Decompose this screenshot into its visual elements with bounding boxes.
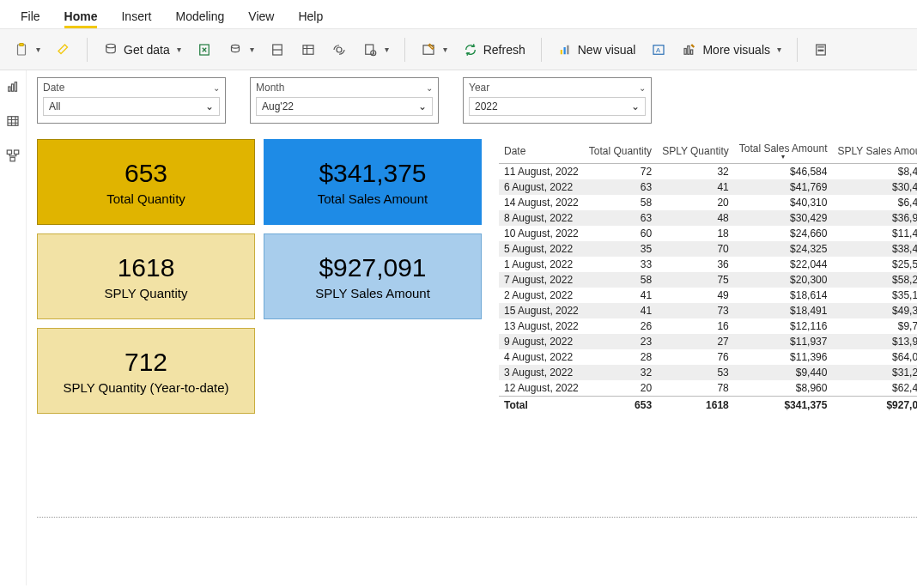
table-row[interactable]: 13 August, 20222616$12,116$9,728 bbox=[499, 318, 917, 334]
menu-file[interactable]: File bbox=[9, 3, 52, 28]
more-visuals-button[interactable]: More visuals ▾ bbox=[677, 39, 786, 61]
recent-sources-button[interactable]: ▾ bbox=[357, 39, 394, 61]
excel-source-button[interactable] bbox=[191, 39, 217, 61]
table-cell: 49 bbox=[657, 288, 734, 303]
card-label: SPLY Sales Amount bbox=[315, 286, 430, 300]
new-visual-label: New visual bbox=[578, 43, 636, 57]
table-cell: 9 August, 2022 bbox=[499, 334, 584, 349]
table-cell: $64,068 bbox=[832, 349, 917, 365]
table-cell: $11,396 bbox=[734, 349, 833, 365]
table-row[interactable]: 5 August, 20223570$24,325$38,430 bbox=[499, 241, 917, 257]
table-cell: $46,584 bbox=[734, 164, 833, 180]
card-value: 653 bbox=[124, 159, 167, 188]
table-cell: 6 August, 2022 bbox=[499, 179, 584, 195]
ribbon-separator bbox=[404, 38, 405, 62]
slicer-month[interactable]: Month ⌄ Aug'22 ⌄ bbox=[250, 77, 439, 124]
table-row[interactable]: 8 August, 20226348$30,429$36,960 bbox=[499, 210, 917, 226]
table-cell: $30,463 bbox=[832, 179, 917, 195]
table-row[interactable]: 2 August, 20224149$18,614$35,133 bbox=[499, 288, 917, 303]
menu-insert[interactable]: Insert bbox=[109, 3, 163, 28]
card-sply-quantity[interactable]: 1618 SPLY Quantity bbox=[37, 233, 255, 319]
chevron-down-icon: ▾ bbox=[443, 45, 447, 54]
refresh-button[interactable]: Refresh bbox=[458, 39, 531, 61]
report-view-button[interactable] bbox=[0, 76, 26, 98]
column-header[interactable]: Total Sales Amount▾ bbox=[734, 139, 833, 164]
get-data-button[interactable]: Get data ▾ bbox=[98, 39, 186, 61]
chevron-down-icon: ⌄ bbox=[205, 100, 214, 112]
card-sply-sales-amount[interactable]: $927,091 SPLY Sales Amount bbox=[264, 233, 482, 319]
table-cell: $36,960 bbox=[832, 210, 917, 226]
format-painter-button[interactable] bbox=[51, 39, 76, 61]
table-row[interactable]: 1 August, 20223336$22,044$25,560 bbox=[499, 257, 917, 272]
slicer-year-dropdown[interactable]: 2022 ⌄ bbox=[469, 97, 646, 116]
column-header[interactable]: SPLY Quantity bbox=[657, 139, 734, 164]
svg-rect-30 bbox=[10, 157, 15, 161]
slicer-date-label: Date bbox=[43, 82, 64, 94]
card-label: Total Sales Amount bbox=[318, 191, 428, 206]
menu-view[interactable]: View bbox=[236, 3, 286, 28]
table-cell: 10 August, 2022 bbox=[499, 226, 584, 241]
card-total-sales-amount[interactable]: $341,375 Total Sales Amount bbox=[264, 139, 482, 225]
table-row[interactable]: 15 August, 20224173$18,491$49,348 bbox=[499, 303, 917, 318]
table-row[interactable]: 3 August, 20223253$9,440$31,217 bbox=[499, 365, 917, 380]
table-cell: 63 bbox=[584, 210, 657, 226]
card-label: Total Quantity bbox=[106, 191, 185, 206]
table-row[interactable]: 9 August, 20222327$11,937$13,986 bbox=[499, 334, 917, 349]
table-cell: 73 bbox=[657, 303, 734, 318]
slicer-year[interactable]: Year ⌄ 2022 ⌄ bbox=[463, 77, 652, 124]
table-cell: 2 August, 2022 bbox=[499, 288, 584, 303]
get-data-label: Get data bbox=[124, 43, 170, 57]
table-cell: $25,560 bbox=[832, 257, 917, 272]
table-cell: $9,728 bbox=[832, 318, 917, 334]
paste-button[interactable]: ▾ bbox=[9, 39, 46, 61]
table-cell: 14 August, 2022 bbox=[499, 195, 584, 210]
table-cell: 63 bbox=[584, 179, 657, 195]
transform-data-button[interactable]: ▾ bbox=[416, 39, 452, 61]
data-hub-button[interactable]: ▾ bbox=[222, 39, 259, 61]
table-row[interactable]: 14 August, 20225820$40,310$6,460 bbox=[499, 195, 917, 210]
slicer-date-dropdown[interactable]: All ⌄ bbox=[43, 97, 220, 116]
table-cell: 16 bbox=[657, 318, 734, 334]
menu-help[interactable]: Help bbox=[286, 3, 335, 28]
sql-server-button[interactable] bbox=[264, 39, 290, 61]
data-view-button[interactable] bbox=[0, 110, 26, 132]
table-row[interactable]: 6 August, 20226341$41,769$30,463 bbox=[499, 179, 917, 195]
column-header[interactable]: Date bbox=[499, 139, 584, 164]
table-cell: $30,429 bbox=[734, 210, 833, 226]
svg-rect-13 bbox=[567, 45, 568, 54]
column-header[interactable]: Total Quantity bbox=[584, 139, 657, 164]
table-row[interactable]: 11 August, 20227232$46,584$8,480 bbox=[499, 164, 917, 180]
slicer-month-dropdown[interactable]: Aug'22 ⌄ bbox=[256, 97, 433, 116]
table-row[interactable]: 12 August, 20222078$8,960$62,478 bbox=[499, 380, 917, 397]
table-cell: $18,491 bbox=[734, 303, 833, 318]
table-row[interactable]: 4 August, 20222876$11,396$64,068 bbox=[499, 349, 917, 365]
table-cell: 5 August, 2022 bbox=[499, 241, 584, 257]
table-cell: 23 bbox=[584, 334, 657, 349]
svg-point-23 bbox=[823, 50, 824, 52]
table-cell: 35 bbox=[584, 241, 657, 257]
table-cell: 4 August, 2022 bbox=[499, 349, 584, 365]
column-header[interactable]: SPLY Sales Amount bbox=[832, 139, 917, 164]
page-boundary bbox=[37, 517, 917, 518]
new-visual-button[interactable]: New visual bbox=[552, 39, 641, 61]
menu-modeling[interactable]: Modeling bbox=[163, 3, 236, 28]
svg-rect-29 bbox=[15, 150, 19, 155]
table-row[interactable]: 10 August, 20226018$24,660$11,430 bbox=[499, 226, 917, 241]
table-visual[interactable]: DateTotal QuantitySPLY QuantityTotal Sal… bbox=[499, 139, 917, 414]
menu-home[interactable]: Home bbox=[52, 3, 110, 28]
table-cell: 11 August, 2022 bbox=[499, 164, 584, 180]
card-sply-quantity-ytd[interactable]: 712 SPLY Quantity (Year-to-date) bbox=[37, 328, 255, 414]
card-total-quantity[interactable]: 653 Total Quantity bbox=[37, 139, 255, 225]
new-measure-button[interactable] bbox=[808, 39, 834, 61]
table-row[interactable]: 7 August, 20225875$20,300$58,200 bbox=[499, 272, 917, 288]
dataverse-button[interactable] bbox=[326, 39, 352, 61]
table-cell: 58 bbox=[584, 195, 657, 210]
view-switcher bbox=[0, 70, 27, 585]
svg-rect-17 bbox=[688, 45, 689, 54]
table-cell: $8,960 bbox=[734, 380, 833, 397]
text-box-button[interactable]: A bbox=[646, 39, 671, 61]
chevron-down-icon: ▾ bbox=[385, 45, 389, 54]
model-view-button[interactable] bbox=[0, 144, 26, 167]
slicer-date[interactable]: Date ⌄ All ⌄ bbox=[37, 77, 226, 124]
enter-data-button[interactable] bbox=[295, 39, 321, 61]
